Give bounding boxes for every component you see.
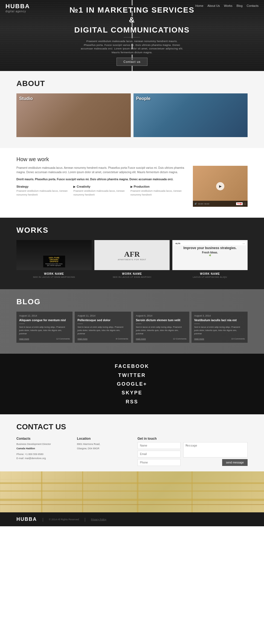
map-road-v4 [192,471,193,512]
send-button[interactable]: send message [222,459,248,466]
blog-title-1: Aliquam congue fer mentum nisl [19,318,70,322]
facebook-link[interactable]: FACEBOOK [16,362,248,371]
studio-label: Studio [19,96,33,101]
blog-body-3: Sed in lacus ut enim adip iscing aliqu. … [136,326,187,335]
nav-blog[interactable]: Blog [237,4,243,7]
work-item-3[interactable]: ALFA - - Improve your business strategie… [172,240,248,278]
nav-works[interactable]: Works [224,4,233,7]
production-text: Praesent vestibulum malesuada lacus, Aen… [130,189,185,197]
contact-info: Business Development Director Camala Had… [16,442,71,460]
about-title: ABOUT [16,79,248,88]
contacts-label: Contacts [16,437,71,441]
how-title: How we work [16,156,248,163]
location-label: Location [77,437,132,441]
blog-title-3: Seroin dictum elemen tum velit [136,318,187,322]
blog-post-3: August 6, 2014 Seroin dictum elemen tum … [133,312,189,343]
privacy-link[interactable]: Privacy Policy [91,518,106,521]
map-road-h2 [0,491,264,492]
blog-read-4[interactable]: read more [194,338,204,340]
people-image[interactable]: People [134,93,248,137]
map-section[interactable] [0,471,264,512]
how-section: How we work Praesent vestibulum malesuad… [0,148,264,218]
map-road-v2 [82,471,83,512]
contact-grid: Contacts Business Development Director C… [16,437,248,466]
play-button[interactable]: ▶ [216,182,224,190]
blog-comments-3: 12 Comments [173,338,187,340]
blog-read-1[interactable]: read more [19,338,29,340]
map-road-v1 [41,471,42,512]
nav-home[interactable]: Home [195,4,203,7]
wine-label: 100% PURE ORGANIC GRAPES! Praesent ipsum… [43,256,65,267]
contact-title: CONTACT US [16,423,248,431]
strategy-text: Praesent vestibulum malesuada lacus, Aen… [16,189,71,197]
blog-title-4: Vestibulum iaculis laci nia est [194,318,245,322]
about-images: Studio People [16,93,248,137]
video-bar: 🔊 00:05 / 00:40 You▶ ⛶ [193,201,248,207]
blog-date-2: August 11, 2014 [77,314,128,317]
blog-comments-4: 10 Comments [231,338,245,340]
people-label: People [136,96,150,101]
main-nav: Home About Us Works Blog Contacts [195,4,259,7]
works-grid: 100% PURE ORGANIC GRAPES! Praesent ipsum… [16,240,248,278]
work-sub-1: SED IN LACUS UT ENIM ADIPISCING [16,276,92,278]
blog-date-4: August 3, 2014 [194,314,245,317]
googleplus-link[interactable]: GOOGLE+ [16,380,248,388]
map-road-diagonal [0,504,264,505]
blog-body-2: Sed in lacus ut enim adip iscing aliqu. … [77,326,128,335]
email-input[interactable] [138,451,181,457]
blog-grid: August 12, 2014 Aliquam congue fer mentu… [16,312,248,343]
hero-title: DIGITAL COMMUNICATIONS [69,25,195,35]
blog-title: BLOG [16,297,248,306]
how-video[interactable]: ▶ 🔊 00:05 / 00:40 You▶ ⛶ [193,166,248,207]
nav-about[interactable]: About Us [207,4,220,7]
hero-content: №1 IN MARKETING SERVICES & DIGITAL COMMU… [69,5,195,66]
hero-tagline: №1 IN MARKETING SERVICES [69,5,195,15]
about-section: ABOUT Studio People [0,71,264,148]
skype-link[interactable]: SKYPE [16,388,248,397]
volume-icon: 🔊 [195,203,197,205]
blog-read-2[interactable]: read more [77,338,87,340]
blog-date-1: August 12, 2014 [19,314,70,317]
blog-post-4: August 3, 2014 Vestibulum iaculis laci n… [192,312,248,343]
creativity-title: ▶ Creativity [73,185,127,188]
work-sub-3: LACUS UT ADIPISCING ALIQU [172,276,248,278]
studio-image[interactable]: Studio [16,93,131,137]
get-in-touch-label: Get in touch [138,437,248,441]
work-thumb-3: ALFA - - Improve your business strategie… [172,240,248,270]
blog-divider-2 [77,324,83,324]
blog-comments-1: 12 Comments [56,338,70,340]
how-para1: Praesent vestibulum malesuada lacus. Aen… [16,166,185,175]
form-inner: send message [138,442,248,466]
hero-section: HUBBA digital agency Home About Us Works… [0,0,264,71]
blog-footer-4: read more 10 Comments [194,338,245,340]
works-section: WORKS 100% PURE ORGANIC GRAPES! Praesent… [0,218,264,289]
works-title: WORKS [16,226,248,235]
blog-footer-2: read more 8 Comments [77,338,128,340]
phone-input[interactable] [138,459,181,466]
blog-divider-1 [19,324,25,324]
contact-us-button[interactable]: Contact us [117,58,147,66]
nav-contacts[interactable]: Contacts [247,4,259,7]
blog-read-3[interactable]: read more [136,338,146,340]
work-item-2[interactable]: AFR APARTMENTS FOR RENT WORK NAME SED IN… [94,240,170,278]
work-item-1[interactable]: 100% PURE ORGANIC GRAPES! Praesent ipsum… [16,240,92,278]
alfa-body: 🌿 [174,254,246,256]
blog-body-1: Sed in lacus ut enim adip iscing aliqu. … [19,326,70,335]
blog-footer-3: read more 12 Comments [136,338,187,340]
how-para2: Drerit mauris. Phasellus porta. Fusce su… [16,177,185,182]
name-input[interactable] [138,442,181,449]
blog-divider-3 [136,324,141,324]
production-title: ▶ Production [130,185,185,188]
blog-section: BLOG August 12, 2014 Aliquam congue fer … [0,289,264,354]
contact-section: CONTACT US Contacts Business Development… [0,414,264,471]
youtube-icon: You▶ [236,202,243,205]
fullscreen-icon[interactable]: ⛶ [244,203,246,205]
blog-divider-4 [194,324,200,324]
video-time: 00:05 / 00:40 [198,203,209,205]
map-road-h1 [0,482,264,484]
message-textarea[interactable] [183,442,248,457]
alfa-wrap: ALFA - - Improve your business strategie… [172,240,248,270]
rss-link[interactable]: RSS [16,397,248,406]
map-inner [0,471,264,512]
twitter-link[interactable]: TWITTER [16,371,248,380]
